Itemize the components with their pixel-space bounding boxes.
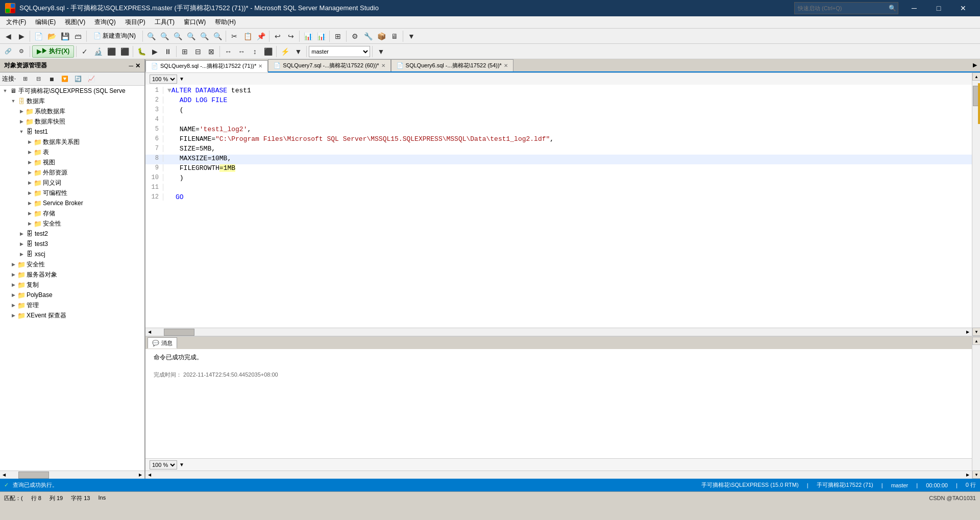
views-expander[interactable]: ▶ bbox=[26, 158, 34, 166]
oe-refresh-btn[interactable]: 🔄 bbox=[72, 73, 84, 85]
oe-hscroll-right[interactable]: ▶ bbox=[136, 471, 144, 479]
tree-test3[interactable]: ▶ 🗄 test3 bbox=[0, 239, 144, 249]
misc2-btn[interactable]: ▼ bbox=[292, 45, 304, 58]
synonyms-expander[interactable]: ▶ bbox=[26, 179, 34, 187]
debug-btn[interactable]: 🐛 bbox=[135, 45, 148, 58]
zoom-select[interactable]: 100 % 75 % 125 % bbox=[150, 75, 177, 84]
more-btn[interactable]: ▼ bbox=[405, 30, 418, 42]
tree-databases[interactable]: ▼ 🗄 数据库 bbox=[0, 96, 144, 106]
tree-programmability[interactable]: ▶ 📁 可编程性 bbox=[0, 188, 144, 198]
menu-tools[interactable]: 工具(T) bbox=[151, 17, 179, 28]
tab6-close[interactable]: ✕ bbox=[504, 63, 508, 68]
settings-btn[interactable]: ⚙ bbox=[15, 45, 28, 58]
paste-btn[interactable]: 📌 bbox=[255, 30, 267, 42]
oe-stop-btn[interactable]: ⏹ bbox=[45, 73, 58, 85]
replication-expander[interactable]: ▶ bbox=[9, 281, 17, 289]
box-btn[interactable]: 📦 bbox=[375, 30, 387, 42]
broker-expander[interactable]: ▶ bbox=[26, 199, 34, 207]
grid-btn[interactable]: ⊞ bbox=[179, 45, 191, 58]
menu-edit[interactable]: 编辑(E) bbox=[31, 17, 60, 28]
zoom-down-icon[interactable]: ▼ bbox=[179, 76, 184, 82]
management-expander[interactable]: ▶ bbox=[9, 301, 17, 309]
wrench-btn[interactable]: 🔧 bbox=[362, 30, 374, 42]
copy-btn[interactable]: 📋 bbox=[241, 30, 254, 42]
server-expander[interactable]: ▼ bbox=[1, 87, 9, 95]
results-hscroll-left[interactable]: ◀ bbox=[145, 471, 154, 479]
misc-btn[interactable]: ⚡ bbox=[279, 45, 291, 58]
menu-help[interactable]: 帮助(H) bbox=[211, 17, 240, 28]
storage-expander[interactable]: ▶ bbox=[26, 209, 34, 217]
tree-db-diagrams[interactable]: ▶ 📁 数据库关系图 bbox=[0, 137, 144, 147]
btn-e[interactable]: 🔍 bbox=[198, 30, 210, 42]
tree-security[interactable]: ▶ 📁 安全性 bbox=[0, 259, 144, 269]
editor-vscroll-up[interactable]: ▲ bbox=[972, 72, 980, 81]
debug2-btn[interactable]: ▶ bbox=[149, 45, 161, 58]
tab-query6[interactable]: 📄 SQLQuery6.sql -...摘棉花\17522 (54))* ✕ bbox=[391, 59, 513, 71]
prog-expander[interactable]: ▶ bbox=[26, 189, 34, 197]
tab-query8[interactable]: 📄 SQLQuery8.sql -...摘棉花\17522 (71))* ✕ bbox=[145, 60, 268, 72]
tree-system-dbs[interactable]: ▶ 📁 系统数据库 bbox=[0, 106, 144, 116]
execute-button[interactable]: ▶ ▶ 执行(X) bbox=[32, 45, 74, 58]
tree-server[interactable]: ▼ 🖥 手可摘棉花\SQLEXPRESS (SQL Serve bbox=[0, 86, 144, 96]
results-vscroll-down[interactable]: ▼ bbox=[972, 471, 980, 479]
tab7-close[interactable]: ✕ bbox=[381, 63, 385, 68]
new-query-text-btn[interactable]: 📄 新建查询(N) bbox=[89, 30, 140, 42]
tree-db-snapshots[interactable]: ▶ 📁 数据库快照 bbox=[0, 116, 144, 127]
search-icon[interactable]: 🔍 bbox=[887, 3, 898, 14]
align-left-btn[interactable]: ↔ bbox=[222, 45, 234, 58]
tree-polybase[interactable]: ▶ 📁 PolyBase bbox=[0, 290, 144, 300]
test1-expander[interactable]: ▼ bbox=[17, 128, 26, 136]
tab8-close[interactable]: ✕ bbox=[258, 63, 262, 69]
code-editor[interactable]: 1 ▼ALTER DATABASE test1 2 ADD LOG FILE bbox=[145, 85, 972, 328]
tree-security-db[interactable]: ▶ 📁 安全性 bbox=[0, 218, 144, 229]
dropdown-btn[interactable]: ⊞ bbox=[332, 30, 344, 42]
tree-test1[interactable]: ▼ 🗄 test1 bbox=[0, 127, 144, 137]
quick-search-input[interactable] bbox=[795, 3, 887, 14]
security-db-expander[interactable]: ▶ bbox=[26, 219, 34, 228]
snapshots-expander[interactable]: ▶ bbox=[17, 117, 26, 126]
oe-activity-btn[interactable]: 📈 bbox=[85, 73, 97, 85]
oe-close-icon[interactable]: ✕ bbox=[135, 62, 140, 69]
format-btn[interactable]: ⬛ bbox=[118, 45, 131, 58]
system-dbs-expander[interactable]: ▶ bbox=[17, 107, 26, 115]
btn-a[interactable]: 🔍 bbox=[145, 30, 157, 42]
tb2-more[interactable]: ▼ bbox=[375, 45, 387, 58]
results-zoom-down-icon[interactable]: ▼ bbox=[179, 462, 184, 467]
btn-f[interactable]: 🔍 bbox=[211, 30, 224, 42]
tab-query7[interactable]: 📄 SQLQuery7.sql -...摘棉花\17522 (60))* ✕ bbox=[268, 59, 390, 71]
diagrams-expander[interactable]: ▶ bbox=[26, 138, 34, 146]
tree-xscj[interactable]: ▶ 🗄 xscj bbox=[0, 249, 144, 259]
menu-project[interactable]: 项目(P) bbox=[121, 17, 150, 28]
debug3-btn[interactable]: ⏸ bbox=[162, 45, 174, 58]
results-zoom-select[interactable]: 100 % bbox=[150, 460, 177, 469]
results-messages-tab[interactable]: 💬 消息 bbox=[148, 337, 177, 349]
redo-btn[interactable]: ↪ bbox=[285, 30, 297, 42]
save-btn[interactable]: 💾 bbox=[59, 30, 71, 42]
results-hscroll-right[interactable]: ▶ bbox=[964, 471, 972, 479]
monitor-btn[interactable]: 🖥 bbox=[388, 30, 401, 42]
oe-filter2-btn[interactable]: ⊟ bbox=[32, 73, 44, 85]
external-expander[interactable]: ▶ bbox=[26, 168, 34, 177]
menu-window[interactable]: 窗口(W) bbox=[180, 17, 210, 28]
tree-management[interactable]: ▶ 📁 管理 bbox=[0, 300, 144, 310]
cut-btn[interactable]: ✂ bbox=[228, 30, 240, 42]
database-select[interactable]: master test1 test2 bbox=[309, 46, 370, 57]
tree-service-broker[interactable]: ▶ 📁 Service Broker bbox=[0, 198, 144, 208]
grid2-btn[interactable]: ⊟ bbox=[192, 45, 204, 58]
tree-replication[interactable]: ▶ 📁 复制 bbox=[0, 280, 144, 290]
results-vscroll-up[interactable]: ▲ bbox=[972, 337, 980, 345]
btn-b[interactable]: 🔍 bbox=[158, 30, 170, 42]
menu-query[interactable]: 查询(Q) bbox=[90, 17, 119, 28]
security-expander[interactable]: ▶ bbox=[9, 260, 17, 268]
oe-filter-btn[interactable]: ⊞ bbox=[19, 73, 31, 85]
menu-view[interactable]: 视图(V) bbox=[61, 17, 89, 28]
test3-expander[interactable]: ▶ bbox=[17, 240, 26, 248]
editor-hscroll-right[interactable]: ▶ bbox=[964, 328, 972, 336]
check-btn[interactable]: ✓ bbox=[79, 45, 91, 58]
align-all-btn[interactable]: ⬛ bbox=[262, 45, 274, 58]
databases-expander[interactable]: ▼ bbox=[9, 97, 17, 105]
connect-btn[interactable]: 🔗 bbox=[2, 45, 14, 58]
oe-connect-label[interactable]: 连接· bbox=[2, 75, 16, 83]
tree-server-objects[interactable]: ▶ 📁 服务器对象 bbox=[0, 269, 144, 280]
gear-btn[interactable]: ⚙ bbox=[349, 30, 361, 42]
